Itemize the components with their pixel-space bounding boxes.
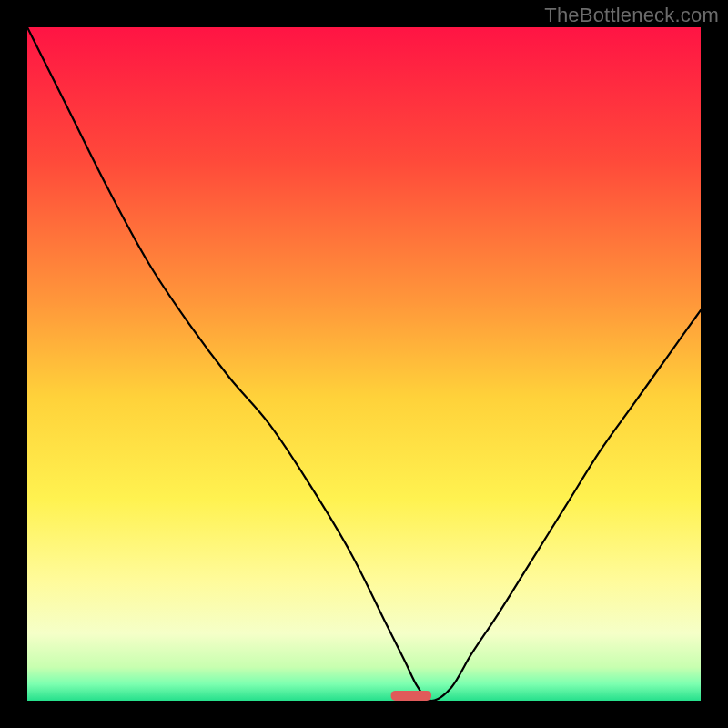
plot-area [27, 27, 701, 701]
chart-frame: TheBottleneck.com [0, 0, 728, 728]
background-rect [27, 27, 701, 701]
minimum-marker [391, 691, 431, 701]
watermark-text: TheBottleneck.com [544, 4, 719, 27]
plot-svg [27, 27, 701, 701]
